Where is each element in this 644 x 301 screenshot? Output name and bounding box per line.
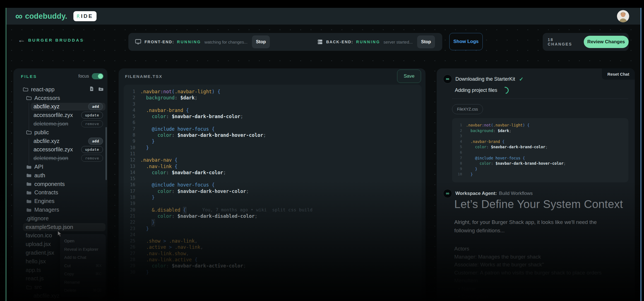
code-token: { — [175, 157, 177, 163]
tree-folder-accessors[interactable]: Accessors — [13, 94, 107, 102]
monitor-icon — [135, 39, 141, 45]
tree-folder-components[interactable]: components — [13, 180, 107, 188]
tree-file-deleteme-json[interactable]: deleteme.jsonremove — [13, 154, 107, 163]
chat-panel: Reset Chat ∞ Downloading the StarterKit … — [437, 68, 635, 301]
tree-file-deleteme-json[interactable]: deleteme.jsonremove — [13, 120, 107, 128]
code-token: .navbar-brand — [470, 139, 500, 145]
menu-label: Reveal in Explorer — [64, 247, 98, 252]
code-line-18: 18 } — [124, 195, 422, 201]
tree-file-examplesetup-json[interactable]: exampleSetup.json — [13, 223, 107, 231]
code-editor[interactable]: 1.navbar:not(.navbar-light) {2 backgroun… — [124, 85, 422, 301]
line-number: 30 — [124, 269, 135, 276]
tree-file-accessorfile-zyx[interactable]: accessorfile.zyxupdate — [13, 111, 107, 120]
status-message-download: ∞ Downloading the StarterKit ✓ — [443, 75, 523, 83]
line-number: 10 — [124, 145, 135, 151]
code-token: > — [169, 244, 172, 250]
focus-label: focus — [78, 74, 89, 79]
file-label: abcfile.xyz — [33, 293, 59, 299]
project-toolbar: ← BURGER BRUDDAS FRONT-END: RUNNING watc… — [6, 31, 640, 53]
line-number: 17 — [124, 188, 135, 195]
context-menu-item-add-to-chat[interactable]: Add to Chat — [60, 253, 106, 262]
line-number: 8 — [454, 161, 462, 167]
line-number: 1 — [124, 89, 135, 95]
show-logs-button[interactable]: Show Logs — [449, 33, 483, 50]
tree-file-abcfile-xyz[interactable]: abcfile.xyzadd — [13, 102, 107, 111]
agent-subtitle: Build Workflows — [499, 191, 533, 196]
code-token: { — [212, 182, 215, 188]
file-label: API — [34, 164, 43, 170]
changes-card: 18 CHANGES Review Changes — [543, 33, 629, 51]
ide-badge: IDE — [73, 11, 97, 21]
tree-file-accessorfile-zyx[interactable]: accessorfile.zyxupdate — [13, 145, 107, 154]
tree-folder-engines[interactable]: Engines — [13, 197, 107, 206]
code-token: $navbar-dark-disabled-color — [177, 213, 254, 219]
code-token: &.disabled — [152, 207, 180, 213]
line-number: 22 — [124, 219, 135, 226]
context-menu-item-delete[interactable]: Delete⌘⌫ — [60, 286, 106, 295]
tree-folder-contracts[interactable]: Contracts — [13, 188, 107, 197]
backend-stop-button[interactable]: Stop — [417, 35, 435, 48]
line-number: 27 — [124, 251, 135, 257]
code-token — [466, 139, 470, 145]
tree-file-abcfile-xyz[interactable]: abcfile.xyzadd — [13, 137, 107, 145]
code-token: ( — [172, 89, 175, 95]
tree-file-gitignore[interactable]: .gitignore — [13, 214, 107, 223]
code-line-4: 4 .navbar-brand { — [454, 139, 628, 145]
backend-detail: server started... — [384, 40, 413, 44]
new-folder-icon[interactable] — [98, 86, 104, 93]
code-token: ; — [223, 170, 226, 176]
code-token — [160, 238, 163, 244]
add-badge: add — [88, 103, 103, 110]
file-label: favicon.ico — [26, 232, 52, 239]
context-menu-item-rename[interactable]: Rename — [60, 278, 106, 286]
code-token — [175, 126, 177, 132]
frontend-stop-button[interactable]: Stop — [252, 35, 270, 48]
line-number: 29 — [124, 263, 135, 269]
reset-chat-button[interactable]: Reset Chat — [602, 68, 635, 80]
code-token: ; — [564, 161, 566, 167]
code-token — [140, 219, 152, 226]
line-number: 28 — [124, 257, 135, 263]
code-token: $dark — [180, 95, 194, 101]
focus-toggle[interactable] — [92, 73, 104, 79]
tree-folder-api[interactable]: API — [13, 163, 107, 171]
save-button[interactable]: Save — [397, 70, 421, 83]
file-label: app.ts — [26, 267, 41, 273]
code-token: , — [186, 251, 189, 257]
code-token: ; — [263, 132, 266, 138]
code-token — [140, 269, 146, 276]
review-changes-button[interactable]: Review Changes — [584, 36, 629, 48]
codebuddy-avatar-icon: ∞ — [443, 189, 452, 198]
context-menu-item-cut[interactable]: Cut⌘X — [60, 262, 106, 270]
backend-status: RUNNING — [356, 40, 380, 44]
code-token: ; — [246, 188, 249, 195]
line-number: 9 — [454, 167, 462, 172]
tree-folder-react-app[interactable]: react-app — [13, 85, 107, 94]
context-menu-item-open[interactable]: Open — [60, 237, 106, 245]
back-button[interactable]: ← — [18, 35, 25, 44]
menu-label: Cut — [64, 263, 71, 268]
files-scrollbar[interactable] — [105, 127, 107, 180]
code-token — [140, 145, 146, 151]
context-menu-item-copy[interactable]: Copy⌘C — [60, 270, 106, 278]
definitions-list: ActorsManager: Manages the burger shackA… — [454, 245, 602, 301]
backend-label: BACK-END: — [326, 40, 353, 44]
code-token: .navbar — [466, 123, 482, 128]
code-token: color — [152, 263, 166, 269]
tree-folder-managers[interactable]: Managers — [13, 206, 107, 214]
code-line-11: 11 — [124, 151, 422, 157]
user-avatar[interactable] — [617, 10, 629, 22]
folder-icon — [26, 165, 32, 169]
status-text: Adding project files — [455, 87, 497, 93]
folder-icon — [26, 96, 32, 100]
code-token: @include — [152, 126, 175, 132]
codebuddy-logo[interactable]: ∞ codebuddy. IDE — [15, 11, 97, 21]
new-file-icon[interactable] — [90, 86, 94, 93]
context-menu-item-reveal-in-explorer[interactable]: Reveal in Explorer — [60, 245, 106, 254]
folder-icon — [26, 199, 32, 204]
file-chip[interactable]: FileXYZ.css — [452, 104, 483, 114]
tree-folder-public[interactable]: public — [13, 128, 107, 137]
folder-icon — [26, 182, 32, 186]
line-number: 12 — [124, 157, 135, 163]
tree-folder-auth[interactable]: auth — [13, 171, 107, 180]
